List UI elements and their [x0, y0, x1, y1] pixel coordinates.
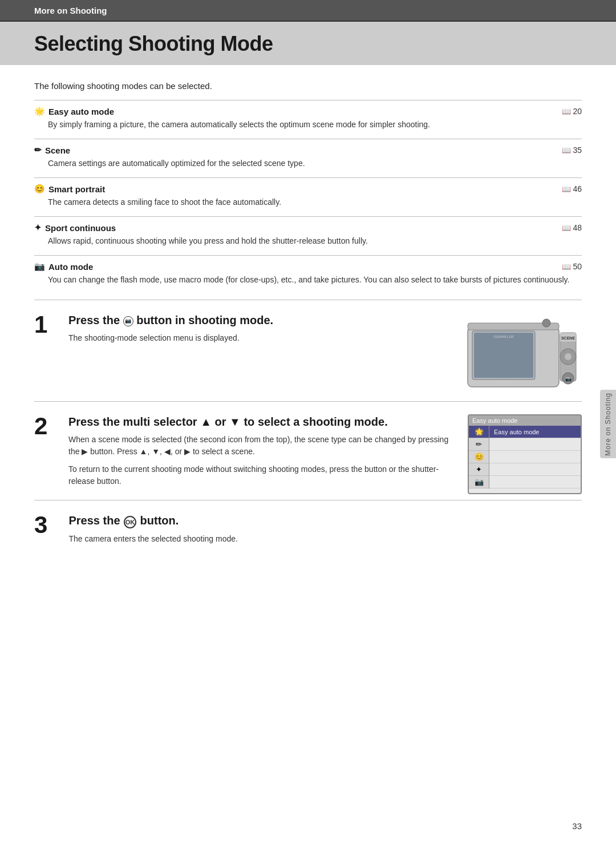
step-2-image-area: Easy auto mode 🌟 ✏ 😊 ✦ 📷	[468, 414, 582, 494]
svg-rect-2	[474, 333, 533, 378]
mode-smart-portrait: 😊 Smart portrait 📖 46 The camera detects…	[34, 177, 582, 216]
step-3-desc: The camera enters the selected shooting …	[68, 533, 238, 545]
mode-smart-portrait-desc: The camera detects a smiling face to sho…	[34, 196, 582, 214]
mode-scene-header: ✏ Scene 📖 35	[34, 145, 582, 155]
sidebar-tab: More on Shooting	[600, 390, 616, 458]
mode-scene-ref: 📖 35	[562, 146, 582, 155]
mode-smart-portrait-title: 😊 Smart portrait	[34, 184, 105, 194]
svg-text:Nikon: Nikon	[499, 379, 508, 383]
menu-icon-4: 📷	[469, 476, 489, 488]
menu-label-0: Easy auto mode	[489, 426, 581, 438]
smart-portrait-icon: 😊	[34, 184, 45, 194]
step-2-content: Press the multi selector ▲ or ▼ to selec…	[68, 414, 456, 487]
step-2-sub-desc: To return to the current shooting mode w…	[68, 463, 456, 487]
mode-auto-header: 📷 Auto mode 📖 50	[34, 261, 582, 272]
mode-scene-title: ✏ Scene	[34, 145, 70, 155]
step-1-image-area: SCENE 📷 COOLPIX L120 Nikon	[462, 313, 582, 395]
step-3-title: Press the OK button.	[68, 513, 238, 528]
step-2-top: 2 Press the multi selector ▲ or ▼ to sel…	[34, 414, 582, 494]
page-title-area: Selecting Shooting Mode	[0, 22, 616, 65]
menu-label-col: Easy auto mode	[489, 426, 581, 488]
menu-header-label: Easy auto mode	[472, 417, 518, 424]
menu-icon-0: 🌟	[469, 426, 489, 438]
book-icon-5: 📖	[562, 263, 571, 271]
step-2-number: 2	[34, 414, 57, 438]
book-icon-4: 📖	[562, 224, 571, 232]
mode-auto-desc: You can change the flash mode, use macro…	[34, 274, 582, 292]
menu-icon-3: ✦	[469, 463, 489, 476]
menu-label-3	[489, 463, 581, 476]
menu-icons-col: 🌟 ✏ 😊 ✦ 📷	[469, 426, 489, 488]
mode-easy-auto-desc: By simply framing a picture, the camera …	[34, 119, 582, 136]
easy-auto-icon: 🌟	[34, 106, 45, 116]
mode-auto-title: 📷 Auto mode	[34, 261, 93, 272]
menu-icon-1: ✏	[469, 438, 489, 451]
step-2-desc: When a scene mode is selected (the secon…	[68, 434, 456, 458]
mode-easy-auto-title: 🌟 Easy auto mode	[34, 106, 114, 116]
page-number: 33	[572, 821, 582, 831]
mode-easy-auto-ref: 📖 20	[562, 107, 582, 116]
svg-point-4	[542, 319, 550, 327]
sidebar-tab-label: More on Shooting	[604, 393, 612, 456]
camera-svg: SCENE 📷 COOLPIX L120 Nikon	[462, 313, 582, 395]
step-3: 3 Press the OK button. The camera enters…	[34, 500, 582, 551]
mode-auto: 📷 Auto mode 📖 50 You can change the flas…	[34, 255, 582, 294]
auto-mode-icon: 📷	[34, 261, 45, 272]
menu-ui: Easy auto mode 🌟 ✏ 😊 ✦ 📷	[468, 414, 582, 494]
step-1: 1 Press the 📷 button in shooting mode. T…	[34, 300, 582, 402]
svg-text:📷: 📷	[565, 375, 572, 382]
menu-label-1	[489, 438, 581, 451]
mode-auto-ref: 📖 50	[562, 262, 582, 271]
mode-sport-continuous-header: ✦ Sport continuous 📖 48	[34, 223, 582, 233]
svg-text:COOLPIX L120: COOLPIX L120	[494, 335, 514, 338]
step-1-number: 1	[34, 313, 57, 395]
menu-label-4	[489, 476, 581, 488]
mode-sport-ref: 📖 48	[562, 223, 582, 232]
menu-ui-body: 🌟 ✏ 😊 ✦ 📷 Easy auto mode	[469, 426, 581, 488]
page: More on Shooting Selecting Shooting Mode…	[0, 0, 616, 848]
mode-easy-auto: 🌟 Easy auto mode 📖 20 By simply framing …	[34, 100, 582, 139]
step-3-content: Press the OK button. The camera enters t…	[68, 513, 238, 545]
mode-scene-desc: Camera settings are automatically optimi…	[34, 158, 582, 175]
mode-scene: ✏ Scene 📖 35 Camera settings are automat…	[34, 139, 582, 177]
page-title: Selecting Shooting Mode	[34, 32, 582, 56]
book-icon: 📖	[562, 107, 571, 116]
step-2: 2 Press the multi selector ▲ or ▼ to sel…	[34, 402, 582, 500]
mode-smart-portrait-ref: 📖 46	[562, 184, 582, 193]
mode-sport-continuous: ✦ Sport continuous 📖 48 Allows rapid, co…	[34, 216, 582, 255]
book-icon-3: 📖	[562, 185, 571, 193]
menu-ui-header: Easy auto mode	[469, 415, 581, 426]
step-3-number: 3	[34, 513, 57, 537]
book-icon-2: 📖	[562, 146, 571, 155]
step-2-title: Press the multi selector ▲ or ▼ to selec…	[68, 414, 456, 429]
scene-icon: ✏	[34, 145, 42, 155]
step-1-title: Press the 📷 button in shooting mode.	[68, 313, 451, 328]
mode-smart-portrait-header: 😊 Smart portrait 📖 46	[34, 184, 582, 194]
svg-point-7	[565, 353, 572, 360]
camera-button-icon-1: 📷	[123, 316, 133, 326]
svg-text:SCENE: SCENE	[561, 336, 575, 340]
step-1-desc: The shooting-mode selection menu is disp…	[68, 332, 451, 344]
main-content: The following shooting modes can be sele…	[0, 65, 616, 574]
header-bar: More on Shooting	[0, 0, 616, 22]
step-1-content: Press the 📷 button in shooting mode. The…	[68, 313, 451, 395]
mode-sport-desc: Allows rapid, continuous shooting while …	[34, 235, 582, 253]
menu-label-2	[489, 451, 581, 463]
mode-list: 🌟 Easy auto mode 📖 20 By simply framing …	[34, 100, 582, 294]
mode-sport-continuous-title: ✦ Sport continuous	[34, 223, 116, 233]
intro-text: The following shooting modes can be sele…	[34, 81, 582, 91]
sport-icon: ✦	[34, 223, 42, 233]
ok-circle-icon: OK	[124, 516, 136, 528]
menu-icon-2: 😊	[469, 451, 489, 463]
mode-easy-auto-header: 🌟 Easy auto mode 📖 20	[34, 106, 582, 116]
menu-badge	[567, 417, 577, 423]
section-label: More on Shooting	[34, 6, 107, 15]
